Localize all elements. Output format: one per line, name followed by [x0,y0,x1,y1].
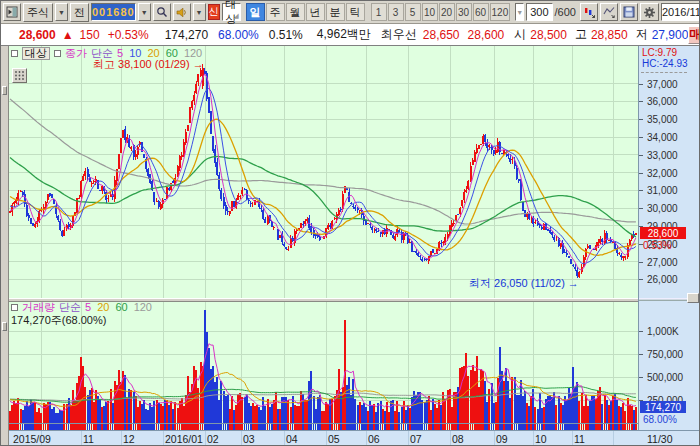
tick-mark [639,279,643,280]
interval-button-30[interactable]: 30 [456,3,472,21]
buy-button-label: 매수 [689,26,700,43]
time-axis-label: 2016/01 [165,433,203,445]
time-axis-label: 05 [328,433,340,445]
interval-button-60[interactable]: 60 [473,3,489,21]
interval-button-120[interactable]: 120 [490,3,511,21]
axis-separator [494,431,495,446]
ma-legend-item-60[interactable]: 60 [115,301,127,313]
tab-period-년[interactable]: 년 [306,3,325,21]
legend-checkbox[interactable] [54,50,61,57]
stock-name-field[interactable]: 대상 ◢ [222,3,241,21]
chevron-down-icon: ▼ [58,9,65,16]
tab-period-월[interactable]: 월 [286,3,305,21]
ma-legend-item-20[interactable]: 20 [97,301,109,313]
interval-button-20[interactable]: 20 [439,3,455,21]
chart-canvas[interactable] [9,46,638,430]
time-axis-label: 12 [123,433,135,445]
splitter-handle[interactable] [2,322,7,331]
interval-button-group: 13510203060120 [371,3,512,21]
market-select[interactable]: 주식 [23,3,53,22]
trade-amount: 4,962백만 [317,26,371,43]
current-price-marker-label: 28,600 [648,228,679,239]
toolbar: 주식 ▼ 전 001680 ▼ ▼ 신 대상 ◢ 일주월년분틱 13510203… [1,1,700,24]
splitter-handle[interactable] [2,86,7,95]
time-axis-label: 11 [574,433,585,445]
chevron-down-icon: ▼ [516,9,523,16]
best-quote-label: 최우선 [381,26,417,43]
ma-legend-item-5[interactable]: 5 [85,301,91,313]
current-price: 28,600 [19,28,56,42]
jeon-button[interactable]: 전 [70,3,89,22]
arrow-right-icon: → [193,58,204,70]
stock-chart-window: 주식 ▼ 전 001680 ▼ ▼ 신 대상 ◢ 일주월년분틱 13510203… [0,0,700,446]
arrow-right-icon: → [568,277,579,289]
tab-period-일[interactable]: 일 [246,3,265,21]
buy-button[interactable]: 매수 [688,26,700,44]
quote-bar: 28,600 ▲ 150 +0.53% 174,270 68.00% 0.51%… [1,24,700,46]
time-axis-label: 04 [286,433,298,445]
price-axis: LC:9.79 HC:-24.93 37,00036,00035,00034,0… [638,46,700,430]
time-axis: 11/30 2015/0911122016/010203040506070809… [9,430,700,446]
line-tool-icon [603,6,615,18]
period-tab-group: 일주월년분틱 [246,3,366,21]
tick-mark [639,190,643,191]
save-icon [623,6,635,18]
gear-icon [643,6,656,19]
market-dropdown-button[interactable]: ▼ [55,3,68,21]
candle-tool-icon [583,6,595,18]
axis-separator [450,431,451,446]
legend-checkbox[interactable] [11,304,18,311]
candle-tool-button[interactable] [580,3,598,21]
axis-separator [533,431,534,446]
stock-code-value: 001680 [92,6,135,18]
sound-button[interactable] [173,3,191,21]
legend-stock-name[interactable]: 대상 [22,47,50,60]
chevron-down-icon: ▼ [141,9,148,16]
time-axis-label: 10 [535,433,547,445]
tick-label: 31,000 [647,185,678,196]
turnover-pct: 0.51% [269,28,303,42]
line-tool-button[interactable] [600,3,618,21]
ma-legend-item-120[interactable]: 120 [134,301,152,313]
window-dock-button[interactable] [3,3,21,21]
interval-button-5[interactable]: 5 [405,3,421,21]
search-button[interactable] [153,3,171,21]
tick-label: 33,000 [647,150,678,161]
tab-period-틱[interactable]: 틱 [346,3,365,21]
interval-button-10[interactable]: 10 [422,3,438,21]
axis-separator [572,431,573,446]
tick-mark [639,137,643,138]
chart-grid-tool-button[interactable] [12,68,27,83]
bar-count-input[interactable]: 300 [526,3,552,21]
axis-separator [408,431,409,446]
axis-separator [326,431,327,446]
volume-ratio: 68.00% [218,28,259,42]
tick-label: 27,000 [647,257,678,268]
tick-label: 34,000 [647,132,678,143]
tab-period-주[interactable]: 주 [266,3,285,21]
interval-button-3[interactable]: 3 [388,3,404,21]
legend-checkbox[interactable] [11,50,18,57]
date-field[interactable]: 2016/11/30 [661,3,700,21]
interval-button-1[interactable]: 1 [371,3,387,21]
settings-button[interactable] [640,3,659,21]
tick-mark [639,84,643,85]
left-splitter[interactable] [1,46,9,446]
tick-label: 30,000 [647,203,678,214]
tick-mark [639,101,643,102]
interval-dropdown[interactable]: ▼ [515,3,524,21]
tab-period-분[interactable]: 분 [326,3,345,21]
axis-separator [366,431,367,446]
tick-label: 37,000 [647,79,678,90]
best-ask: 28,650 [423,28,460,42]
speaker-icon [176,7,188,18]
sound-dropdown-button[interactable]: ▼ [193,3,206,21]
pane-resize-button[interactable] [687,293,699,303]
save-button[interactable] [620,3,638,21]
hc-value: HC:-24.93 [642,58,688,69]
volume-current-label: 174,270주(68.00%) [11,313,106,328]
code-dropdown-button[interactable]: ▼ [138,3,151,21]
time-axis-label: 03 [243,433,255,445]
current-price-marker: 28,600 [640,227,686,239]
stock-code-input[interactable]: 001680 [91,3,136,21]
